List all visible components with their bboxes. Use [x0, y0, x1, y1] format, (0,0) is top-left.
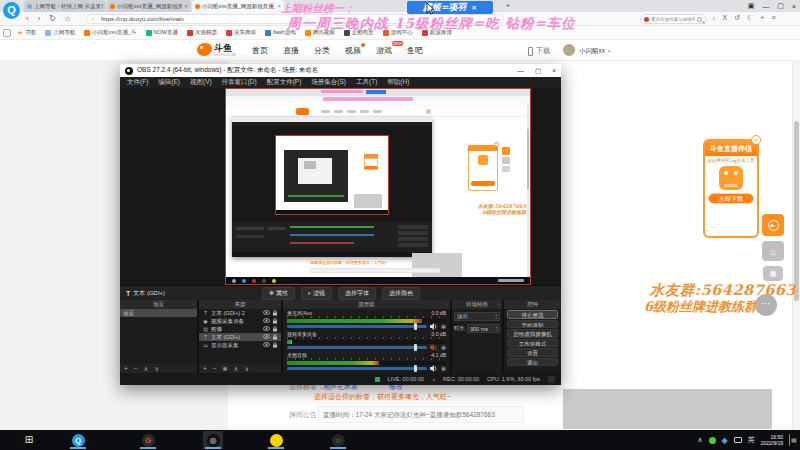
close-icon[interactable]: ×: [471, 3, 477, 12]
bookmark-item[interactable]: 小闪船xxx直播_斗: [84, 29, 136, 36]
source-up-button[interactable]: ∧: [234, 365, 239, 373]
source-properties-button[interactable]: ✻: [223, 365, 228, 372]
live-tool-button[interactable]: ▶: [762, 214, 784, 236]
choose-color-button[interactable]: 选择颜色: [382, 287, 420, 300]
obs-menu-item[interactable]: 配置文件(P): [267, 78, 302, 87]
username[interactable]: 小闪船xx: [579, 47, 611, 56]
taskbar-app-obs-studio[interactable]: ◎: [203, 431, 223, 449]
browser-tab-stack-icon[interactable]: ▣: [748, 2, 755, 10]
lock-icon[interactable]: [272, 334, 278, 341]
properties-button[interactable]: ✻ 属性: [262, 287, 295, 300]
night-mode-icon[interactable]: ☾: [747, 14, 753, 22]
obs-menu-item[interactable]: 帮助(H): [387, 78, 409, 87]
obs-menu-item[interactable]: 工具(T): [356, 78, 377, 87]
speaker-icon[interactable]: [430, 344, 438, 352]
back-button[interactable]: ‹: [26, 14, 29, 23]
source-row[interactable]: ◉视频采集设备: [199, 317, 281, 325]
home-button[interactable]: ⌂: [762, 241, 784, 261]
source-row[interactable]: T文本 (GDI+): [199, 333, 281, 341]
restore-icon[interactable]: ↺: [734, 14, 740, 22]
bookmark-star-icon[interactable]: ☆: [90, 15, 95, 22]
remove-scene-button[interactable]: −: [134, 365, 138, 372]
bookmark-item[interactable]: NOW直播: [146, 29, 178, 36]
game-panel-button[interactable]: ▦: [763, 266, 783, 281]
screen-capture-source[interactable]: 水友群:564287663 6级粉丝牌进教练群 选择适合你的标签，获得更多曝光，…: [226, 89, 530, 284]
scenes-panel-title[interactable]: 场景: [120, 300, 197, 309]
download-link[interactable]: 下载: [528, 46, 550, 56]
douyu-companion-promo[interactable]: 斗鱼直播伴侣 超好用的PC端直播工具 DOUYU 立即下载: [703, 139, 759, 238]
browser-tab[interactable]: 小闪船xxx直播_网游新锐直播_斗鱼主播×: [192, 0, 284, 12]
start-button[interactable]: ⊞: [20, 430, 38, 450]
promo-download-button[interactable]: 立即下载: [708, 193, 754, 204]
speaker-icon[interactable]: [430, 365, 438, 373]
magnifier-icon[interactable]: [697, 17, 702, 22]
obs-menu-item[interactable]: 文件(F): [127, 78, 148, 87]
controls-panel-title[interactable]: 控件: [504, 300, 561, 309]
bookmark-item[interactable]: 上网导航: [45, 29, 75, 36]
shield-icon[interactable]: ◆: [722, 436, 728, 445]
add-icon[interactable]: +: [760, 14, 764, 22]
obs-close-button[interactable]: ×: [552, 67, 556, 75]
scene-down-button[interactable]: ∨: [154, 365, 159, 373]
search-box[interactable]: 重庆疫情病毒与德国病毒滴: [640, 14, 706, 24]
scene-up-button[interactable]: ∧: [144, 365, 149, 373]
scene-row[interactable]: 场景: [120, 309, 197, 317]
bookmark-item[interactable]: ★书签: [17, 29, 36, 37]
visibility-eye-icon[interactable]: [263, 342, 270, 348]
visibility-eye-icon[interactable]: [263, 318, 270, 324]
resize-grip[interactable]: [548, 376, 555, 383]
taskbar-app-ring-tool[interactable]: ○: [328, 431, 348, 449]
douyu-fish-logo-icon[interactable]: [197, 43, 212, 56]
scrollbar-thumb[interactable]: [794, 121, 799, 301]
nav-item-直播[interactable]: 直播: [283, 45, 299, 56]
nav-item-游戏[interactable]: 游戏NEW: [376, 45, 392, 56]
obs-minimize-button[interactable]: —: [518, 67, 525, 75]
obs-maximize-button[interactable]: ▢: [535, 67, 541, 75]
volume-slider[interactable]: [287, 346, 427, 349]
user-avatar[interactable]: [563, 44, 575, 56]
studio-mode-button[interactable]: 工作室模式: [507, 339, 558, 348]
visibility-eye-icon[interactable]: [263, 326, 270, 332]
start-recording-button[interactable]: 开始录制: [507, 320, 558, 329]
new-tab-button[interactable]: +: [503, 1, 513, 11]
browser-minimize-button[interactable]: —: [762, 3, 769, 10]
visibility-eye-icon[interactable]: [263, 310, 270, 316]
capture-icon[interactable]: X: [723, 14, 728, 22]
sources-panel-title[interactable]: 来源: [199, 300, 281, 309]
exit-button[interactable]: 退出: [507, 358, 558, 367]
source-row[interactable]: T文本 (GDI+) 2: [199, 309, 281, 317]
lock-icon[interactable]: [272, 326, 278, 333]
bookmark-item[interactable]: 天猫精选: [187, 29, 217, 36]
channel-gear-icon[interactable]: ✻: [441, 344, 446, 351]
browser-tab[interactable]: 上网导航 - 轻快上网 从这里开始: [24, 0, 106, 12]
browser-logo-icon[interactable]: Q: [3, 2, 20, 19]
home-button[interactable]: ⌂: [65, 14, 70, 23]
sidebar-panel-icon[interactable]: [3, 29, 11, 37]
hidden-icons-chevron[interactable]: ∧: [697, 436, 702, 444]
reload-button[interactable]: ↻: [49, 14, 56, 23]
channel-gear-icon[interactable]: ✻: [441, 365, 446, 372]
nav-item-鱼吧[interactable]: 鱼吧: [407, 45, 423, 56]
tray-window-icon[interactable]: [734, 437, 742, 443]
obs-menu-item[interactable]: 场景集合(S): [311, 78, 346, 87]
taskbar-app-qq-browser[interactable]: Q: [68, 431, 88, 449]
browser-tab[interactable]: 小闪船xxx直播_网游新锐直播_斗鱼主播×: [107, 0, 191, 12]
tray-green-icon[interactable]: [709, 437, 716, 444]
promo-close-icon[interactable]: ×: [751, 135, 761, 145]
source-row[interactable]: ▭显示器采集: [199, 341, 281, 349]
visibility-eye-icon[interactable]: [263, 334, 270, 340]
settings-button[interactable]: 设置: [507, 348, 558, 357]
mixer-panel-title[interactable]: 混音器: [283, 300, 450, 309]
spinner-arrows-icon[interactable]: ▴▾: [495, 326, 497, 331]
add-scene-button[interactable]: +: [124, 365, 128, 372]
add-source-button[interactable]: +: [203, 365, 207, 372]
obs-menu-item[interactable]: 编辑(E): [158, 78, 180, 87]
notification-center-icon[interactable]: [789, 434, 796, 446]
nav-item-分类[interactable]: 分类: [314, 45, 330, 56]
browser-maximize-button[interactable]: ▢: [777, 2, 784, 10]
volume-slider[interactable]: [287, 367, 427, 370]
download-icon[interactable]: ↓: [712, 14, 716, 22]
choose-font-button[interactable]: 选择字体: [338, 287, 376, 300]
lock-icon[interactable]: [272, 342, 278, 349]
nav-item-首页[interactable]: 首页: [252, 45, 268, 56]
